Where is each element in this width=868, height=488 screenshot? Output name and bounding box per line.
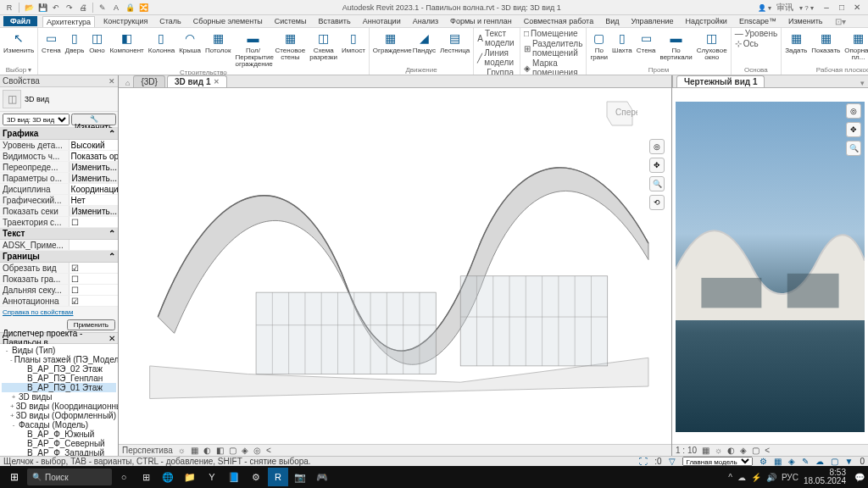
ribbon-button[interactable]: ◠Крыша — [177, 29, 203, 55]
task-cortana-icon[interactable]: ○ — [114, 468, 134, 486]
status-tray-icon[interactable]: ▦ — [774, 457, 782, 466]
tab-massing[interactable]: Формы и генплан — [447, 16, 515, 26]
file-tab[interactable]: Файл — [3, 16, 37, 26]
status-tray-icon[interactable]: ▼ — [845, 457, 854, 466]
tab-architecture[interactable]: Архитектура — [42, 16, 95, 27]
tree-item[interactable]: +3D виды — [2, 392, 116, 402]
sync-icon[interactable]: 🔀 — [137, 2, 149, 14]
section-bounds[interactable]: Границы⌃ — [0, 251, 118, 263]
tab-annotate[interactable]: Аннотации — [359, 16, 404, 26]
ribbon-button[interactable]: ◫Слуховое окно — [695, 29, 729, 62]
close-tab-icon[interactable]: ✕ — [214, 78, 220, 86]
vc-icon[interactable]: ◈ — [242, 446, 248, 455]
rvc-icon[interactable]: ▢ — [752, 446, 760, 455]
ribbon-button[interactable]: ▬По вертикали — [658, 29, 693, 62]
property-row[interactable]: Графический...Нет — [0, 195, 118, 206]
redo-icon[interactable]: ↷ — [64, 2, 75, 14]
ribbon-button[interactable]: ▯Импост — [340, 29, 367, 55]
ribbon-collapse-icon[interactable]: ⊡▾ — [835, 17, 846, 26]
vc-icon[interactable]: ◐ — [203, 446, 211, 455]
ribbon-button[interactable]: ▦Ограждение — [371, 29, 410, 55]
tree-toggle-icon[interactable]: + — [10, 393, 17, 401]
tab-analyze[interactable]: Анализ — [409, 16, 442, 26]
save-icon[interactable]: 💾 — [36, 2, 48, 14]
open-icon[interactable]: 📂 — [23, 2, 35, 14]
undo-icon[interactable]: ↶ — [50, 2, 62, 14]
ribbon-button[interactable]: ▯Дверь — [64, 29, 86, 55]
tree-toggle-icon[interactable]: - — [10, 421, 17, 429]
property-row[interactable]: ДисциплинаКоординация — [0, 184, 118, 195]
print-icon[interactable]: 🖨 — [77, 2, 89, 14]
property-row[interactable]: Аннотационна☑ — [0, 296, 118, 307]
project-browser[interactable]: -Виды (Тип)-Планы этажей (ПЭ_МодельВ_АР_… — [0, 344, 118, 456]
property-value[interactable]: Координация — [69, 184, 118, 194]
property-row[interactable]: Траектория с...☐ — [0, 217, 118, 228]
ribbon-button[interactable]: ◧Компонент — [108, 29, 145, 55]
vc-icon[interactable]: ▦ — [191, 446, 198, 455]
vc-icon[interactable]: < — [266, 446, 271, 455]
ribbon-button[interactable]: ▯Шахта — [610, 29, 634, 55]
right-view-tab[interactable]: Чертежный вид 1 — [676, 75, 765, 87]
property-value[interactable]: ☐ — [69, 217, 118, 227]
task-app[interactable]: 📷 — [290, 468, 310, 486]
task-app[interactable]: 📁 — [180, 468, 200, 486]
ribbon-button[interactable]: ▭Стена — [40, 29, 63, 55]
status-tray-icon[interactable]: ☁ — [815, 457, 824, 466]
property-row[interactable]: Видимость ч...Показать ориг... — [0, 151, 118, 162]
property-row[interactable]: Уровень дета...Высокий — [0, 140, 118, 151]
rvc-icon[interactable]: ◈ — [740, 446, 747, 455]
property-value[interactable]: Нет — [69, 195, 118, 205]
ribbon-small-button[interactable]: ◈Марка помещения — [522, 58, 584, 75]
status-tray-icon[interactable]: ⚙ — [760, 457, 767, 466]
tab-structure[interactable]: Конструкция — [100, 16, 151, 26]
taskview-icon[interactable]: ⊞ — [136, 468, 156, 486]
viewcube[interactable]: Спереди — [597, 93, 637, 134]
tab-precast[interactable]: Сборные элементы — [190, 16, 266, 26]
rvc-icon[interactable]: ◐ — [727, 446, 735, 455]
ribbon-button[interactable]: ▦Потолок — [203, 29, 233, 55]
nav-bar[interactable]: ◎ ✥ 🔍 ⟲ — [649, 139, 666, 210]
ribbon-button[interactable]: ◢Пандус — [411, 29, 437, 55]
properties-help-link[interactable]: Справка по свойствам — [0, 307, 118, 318]
close-panel-icon[interactable]: ✕ — [108, 77, 115, 86]
close-button[interactable]: ✕ — [851, 2, 863, 14]
type-selector[interactable]: 3D вид: 3D вид — [3, 114, 70, 125]
task-app[interactable]: R — [268, 468, 288, 486]
tree-item[interactable]: В_АР_ПЭ_01 Этаж — [2, 383, 116, 392]
property-value[interactable]: Высокий — [69, 140, 118, 150]
system-tray[interactable]: ^☁⚡🔊РУС 8:5318.05.2024 💬 — [728, 469, 865, 485]
tree-item[interactable]: -Виды (Тип) — [2, 346, 116, 355]
tree-toggle-icon[interactable]: - — [3, 347, 10, 354]
ribbon-button[interactable]: ◫Окно — [86, 29, 107, 55]
tab-modify[interactable]: Изменить — [785, 16, 826, 26]
tab-view[interactable]: Вид — [602, 16, 622, 26]
vc-icon[interactable]: ☼ — [178, 446, 186, 455]
property-value[interactable]: Показать ориг... — [69, 151, 118, 161]
ribbon-small-button[interactable]: ⊹Ось — [733, 39, 780, 48]
ribbon-button[interactable]: ▦Показать — [810, 29, 842, 55]
tree-item[interactable]: В_АР_ПЭ_02 Этаж — [2, 364, 116, 374]
status-tray-icon[interactable]: ▢ — [831, 457, 838, 466]
task-app[interactable]: Y — [202, 468, 222, 486]
ribbon-small-button[interactable]: ╱Линия модели — [476, 48, 518, 67]
text-icon[interactable]: A — [110, 2, 122, 14]
property-row[interactable]: Переопреде...Изменить... — [0, 162, 118, 173]
ribbon-button[interactable]: ▤Лестница — [438, 29, 471, 55]
tree-item[interactable]: -Фасады (Модель) — [2, 420, 116, 430]
worksets-dropdown[interactable]: Главная модель — [682, 457, 753, 466]
tree-toggle-icon[interactable]: - — [10, 356, 13, 363]
tree-item[interactable]: В_АР_ПЭ_Генплан — [2, 374, 116, 383]
home-view-icon[interactable]: ⌂ — [122, 79, 133, 87]
tree-toggle-icon[interactable]: + — [10, 412, 14, 419]
property-value[interactable]: Изменить... — [69, 173, 118, 183]
tree-item[interactable]: В_АР_Ф_Северный — [2, 439, 116, 448]
status-tray-icon[interactable]: ✎ — [802, 457, 809, 466]
rvc-icon[interactable]: ▦ — [702, 446, 709, 455]
property-row[interactable]: Показать секиИзменить... — [0, 206, 118, 217]
tree-item[interactable]: В_АР_Ф_Южный — [2, 430, 116, 439]
section-text[interactable]: Текст⌃ — [0, 228, 118, 240]
close-browser-icon[interactable]: ✕ — [108, 334, 115, 343]
property-row[interactable]: ADSK_Приме... — [0, 240, 118, 251]
measure-icon[interactable]: ✎ — [97, 2, 108, 14]
task-app[interactable]: 🎮 — [312, 468, 332, 486]
